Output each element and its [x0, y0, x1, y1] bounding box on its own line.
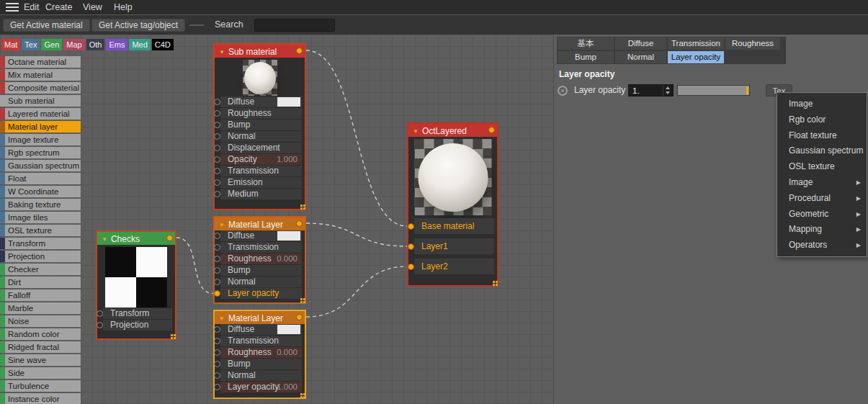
input-port-layer-opacity[interactable]	[214, 290, 220, 297]
context-menu-item-rgb-color[interactable]: Rgb color	[777, 112, 867, 128]
node-material-layer-2[interactable]: ▼Material LayerDiffuseTransmissionRoughn…	[213, 310, 306, 399]
node-row-displacement[interactable]: Displacement	[220, 143, 302, 153]
output-port[interactable]	[166, 235, 173, 241]
inspector-tab-layer-opacity[interactable]: Layer opacity	[668, 51, 724, 63]
sidebar-item-sub-material[interactable]: Sub material	[0, 95, 81, 107]
input-port-diffuse[interactable]	[214, 99, 220, 105]
menu-edit[interactable]: Edit	[24, 0, 40, 14]
node-row-roughness[interactable]: Roughness0.000	[220, 253, 302, 264]
input-port-layer-opacity[interactable]	[214, 384, 220, 390]
category-tab-tex[interactable]: Tex	[22, 39, 40, 50]
node-row-roughness[interactable]: Roughness0.000	[220, 347, 302, 358]
input-port-roughness[interactable]	[214, 256, 220, 262]
node-row-transmission[interactable]: Transmission	[220, 242, 302, 253]
node-row-normal[interactable]: Normal	[220, 370, 302, 381]
node-row-diffuse[interactable]: Diffuse	[220, 96, 302, 107]
node-row-layer2[interactable]: Layer2	[414, 259, 494, 274]
inspector-tab-基本[interactable]: 基本	[558, 37, 614, 50]
sidebar-item-osl-texture[interactable]: OSL texture	[0, 225, 81, 236]
node-row-medium[interactable]: Medium	[220, 189, 302, 199]
context-menu-item-mapping[interactable]: Mapping▶	[777, 222, 867, 238]
sidebar-item-baking-texture[interactable]: Baking texture	[0, 199, 81, 210]
sidebar-item-noise[interactable]: Noise	[0, 315, 81, 327]
collapse-icon[interactable]: ▼	[219, 222, 225, 228]
wire-sub_material-to-octlayered[interactable]	[306, 50, 407, 226]
input-port-transmission[interactable]	[214, 244, 220, 251]
resize-handle-icon[interactable]	[300, 205, 303, 207]
sidebar-item-instance-color[interactable]: Instance color	[0, 393, 81, 404]
output-port[interactable]	[296, 220, 303, 227]
node-row-diffuse[interactable]: Diffuse	[220, 230, 302, 241]
node-row-emission[interactable]: Emission	[220, 177, 302, 188]
sidebar-item-image-texture[interactable]: Image texture	[0, 134, 81, 145]
sidebar-item-marble[interactable]: Marble	[0, 302, 81, 314]
sidebar-item-transform[interactable]: Transform	[0, 238, 81, 249]
input-port-roughness[interactable]	[214, 349, 220, 356]
input-port-diffuse[interactable]	[214, 326, 220, 333]
sidebar-item-dirt[interactable]: Dirt	[0, 277, 81, 288]
context-menu-item-procedural[interactable]: Procedural▶	[777, 191, 867, 207]
input-port-layer1[interactable]	[408, 243, 414, 250]
context-menu-item-image[interactable]: Image▶	[777, 175, 867, 191]
sidebar-item-material-layer[interactable]: Material layer	[0, 121, 81, 133]
collapse-icon[interactable]: ▼	[219, 315, 225, 322]
value-input[interactable]: 1.	[628, 84, 674, 96]
input-port-transform[interactable]	[97, 310, 103, 317]
sidebar-item-falloff[interactable]: Falloff	[0, 289, 81, 301]
color-swatch[interactable]	[277, 97, 300, 107]
sidebar-item-sine-wave[interactable]: Sine wave	[0, 354, 81, 366]
sidebar-item-ridged-fractal[interactable]: Ridged fractal	[0, 341, 81, 353]
node-row-layer1[interactable]: Layer1	[414, 238, 494, 254]
context-menu-item-geometric[interactable]: Geometric▶	[777, 207, 867, 223]
input-port-normal[interactable]	[214, 133, 220, 140]
sidebar-item-checker[interactable]: Checker	[0, 264, 81, 275]
node-header[interactable]: ▼Material Layer	[215, 311, 305, 324]
radio-icon[interactable]	[558, 86, 568, 96]
sidebar-item-mix-material[interactable]: Mix material	[0, 69, 81, 81]
input-port-roughness[interactable]	[214, 110, 220, 117]
node-row-normal[interactable]: Normal	[220, 131, 302, 142]
node-header[interactable]: ▼OctLayered	[408, 124, 497, 137]
wire-material_layer_1-to-octlayered[interactable]	[306, 223, 407, 246]
value-slider[interactable]	[677, 85, 750, 96]
node-checks[interactable]: ▼ChecksTransformProjection	[96, 230, 176, 340]
sidebar-item-layered-material[interactable]: Layered material	[0, 108, 81, 120]
node-row-opacity[interactable]: Opacity1.000	[220, 154, 302, 165]
collapse-icon[interactable]: ▼	[219, 49, 225, 55]
node-sub-material[interactable]: ▼Sub materialDiffuseRoughnessBumpNormalD…	[213, 43, 306, 210]
category-tab-med[interactable]: Med	[129, 39, 150, 50]
node-row-bump[interactable]: Bump	[220, 265, 302, 276]
input-port-bump[interactable]	[214, 267, 220, 274]
input-port-transmission[interactable]	[214, 168, 220, 174]
sidebar-item-float[interactable]: Float	[0, 173, 81, 184]
node-row-diffuse[interactable]: Diffuse	[220, 324, 302, 335]
context-menu-item-osl-texture[interactable]: OSL texture	[777, 159, 867, 175]
resize-handle-icon[interactable]	[300, 298, 303, 300]
menu-create[interactable]: Create	[45, 0, 73, 14]
node-header[interactable]: ▼Material Layer	[215, 217, 305, 230]
sidebar-item-rgb-spectrum[interactable]: Rgb spectrum	[0, 147, 81, 158]
node-row-base-material[interactable]: Base material	[414, 218, 494, 234]
output-port[interactable]	[488, 127, 495, 133]
sidebar-item-gaussian-spectrum[interactable]: Gaussian spectrum	[0, 160, 81, 171]
category-tab-gen[interactable]: Gen	[41, 39, 62, 50]
category-tab-map[interactable]: Map	[63, 39, 84, 50]
node-row-roughness[interactable]: Roughness	[220, 108, 302, 119]
input-port-transmission[interactable]	[214, 338, 220, 344]
output-port[interactable]	[296, 314, 303, 320]
sidebar-item-composite-material[interactable]: Composite material	[0, 82, 81, 94]
sidebar-item-octane-material[interactable]: Octane material	[0, 56, 81, 68]
node-row-layer-opacity[interactable]: Layer opacity	[220, 288, 302, 299]
input-port-normal[interactable]	[214, 372, 220, 379]
context-menu-item-operators[interactable]: Operators▶	[777, 238, 867, 253]
node-octlayered[interactable]: ▼OctLayeredBase materialLayer1Layer2	[407, 122, 498, 287]
output-port[interactable]	[296, 48, 303, 54]
category-tab-c4d[interactable]: C4D	[152, 39, 174, 50]
menu-view[interactable]: View	[83, 0, 102, 14]
node-graph-canvas[interactable]: MatTexGenMapOthEmsMedC4D Octane material…	[0, 35, 553, 404]
node-header[interactable]: ▼Checks	[97, 232, 175, 245]
wire-material_layer_2-to-octlayered[interactable]	[306, 266, 407, 317]
node-row-layer-opacity[interactable]: Layer opacity1.000	[220, 382, 302, 392]
inspector-tab-roughness[interactable]: Roughness	[725, 37, 780, 50]
inspector-tab-normal[interactable]: Normal	[615, 51, 666, 63]
